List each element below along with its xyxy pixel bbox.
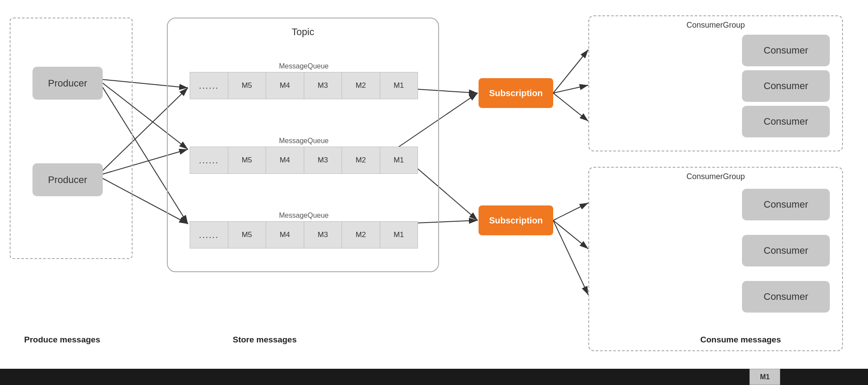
subscription-2: Subscription	[479, 205, 553, 235]
mq-cell-m1-3: M1	[380, 222, 418, 248]
cg-label-1: ConsumerGroup	[589, 21, 842, 30]
mq-cell-dots-3: ......	[190, 222, 228, 248]
mq-cell-m1: M1	[380, 72, 418, 99]
svg-line-16	[553, 220, 588, 295]
mq-cell-m3-2: M3	[304, 147, 342, 173]
mq-label-3: MessageQueue	[190, 212, 418, 219]
mq-cell-m5: M5	[228, 72, 267, 99]
mq-cell-dots: ......	[190, 72, 228, 99]
mq-row-2: ...... M5 M4 M3 M2 M1	[190, 147, 418, 174]
mq-cell-m2-2: M2	[342, 147, 380, 173]
producer-region: Producer Producer	[10, 18, 133, 259]
subscription-1: Subscription	[479, 78, 553, 108]
main-canvas: Producer Producer Topic MessageQueue ...…	[0, 0, 868, 369]
mq-cell-m5-2: M5	[228, 147, 267, 173]
mq-cell-m2-3: M2	[342, 222, 380, 248]
mq-row-3: ...... M5 M4 M3 M2 M1	[190, 221, 418, 248]
consumer-1-2: Consumer	[742, 70, 830, 102]
consumer-2-3: Consumer	[742, 281, 830, 313]
mq-cell-m4-2: M4	[266, 147, 304, 173]
mq-cell-dots-2: ......	[190, 147, 228, 173]
consumer-2-2: Consumer	[742, 235, 830, 266]
consumer-2-1: Consumer	[742, 189, 830, 220]
mq-cell-m4: M4	[266, 72, 304, 99]
topic-label: Topic	[168, 26, 438, 38]
consumer-1-3: Consumer	[742, 106, 830, 137]
mq-cell-m5-3: M5	[228, 222, 267, 248]
consumer-group-1: ConsumerGroup Consumer Consumer Consumer	[588, 15, 843, 151]
producer-1: Producer	[32, 67, 103, 100]
svg-line-15	[553, 220, 588, 249]
message-queue-3: MessageQueue ...... M5 M4 M3 M2 M1	[190, 212, 418, 247]
bottom-bar: M1	[0, 369, 868, 385]
topic-region: Topic MessageQueue ...... M5 M4 M3 M2 M1…	[167, 18, 439, 272]
message-queue-2: MessageQueue ...... M5 M4 M3 M2 M1	[190, 137, 418, 172]
svg-line-13	[553, 93, 588, 121]
svg-line-11	[553, 50, 588, 93]
consumer-1-1: Consumer	[742, 35, 830, 66]
mq-row-1: ...... M5 M4 M3 M2 M1	[190, 72, 418, 99]
mq-cell-m3: M3	[304, 72, 342, 99]
mq-cell-m1-2: M1	[380, 147, 418, 173]
mq-cell-m3-3: M3	[304, 222, 342, 248]
message-queue-1: MessageQueue ...... M5 M4 M3 M2 M1	[190, 62, 418, 97]
consume-messages-label: Consume messages	[700, 335, 781, 345]
store-messages-label: Store messages	[233, 335, 297, 345]
mq-label-2: MessageQueue	[190, 137, 418, 145]
consumer-group-2: ConsumerGroup Consumer Consumer Consumer	[588, 167, 843, 351]
svg-line-12	[553, 85, 588, 93]
cg-label-2: ConsumerGroup	[589, 172, 842, 181]
produce-messages-label: Produce messages	[24, 335, 100, 345]
producer-2: Producer	[32, 163, 103, 196]
mq-label-1: MessageQueue	[190, 62, 418, 70]
mq-cell-m2: M2	[342, 72, 380, 99]
m1-box: M1	[749, 369, 780, 385]
mq-cell-m4-3: M4	[266, 222, 304, 248]
svg-line-14	[553, 203, 588, 220]
